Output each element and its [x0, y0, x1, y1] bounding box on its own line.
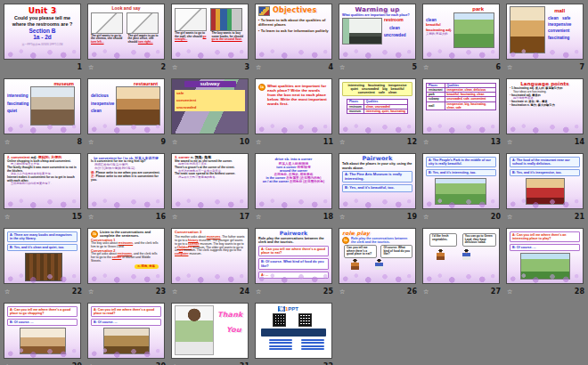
slide-27-thumbnail[interactable]: I'd like fresh vegetables.You can go to … — [422, 228, 500, 284]
place-cell: restroom — [347, 104, 363, 109]
text-box: B: Yes, and it's interesting, too. — [426, 169, 496, 176]
unit-title: Unit 3 — [7, 6, 78, 15]
slide-cell: Unit 3Could you please tell mewhere the … — [2, 1, 86, 76]
slide-30-thumbnail[interactable]: A: Can you tell me where there's a good … — [87, 303, 165, 359]
slide-15-thumbnail[interactable]: 2. convenient adj. 便利的; 方便的Online shoppi… — [4, 153, 81, 209]
slide-32-thumbnail[interactable]: 第1PPT — [255, 303, 332, 359]
slide-16-thumbnail[interactable]: be convenient for / to sb. 对某人来说方便Is it … — [87, 153, 165, 209]
slide-number: 19 — [407, 213, 417, 221]
text-line: Section B — [7, 28, 78, 34]
slide-cell: interesting fascinating inexpensive quie… — [337, 76, 421, 150]
slide-3-thumbnail[interactable]: The girl wants to go to the mall, she sh… — [171, 4, 249, 60]
text-box: B: Of course. ... — [7, 319, 78, 326]
slide-6-thumbnail[interactable]: parkcleanbeautifulfascinating adj.美丽的;有魅… — [422, 4, 500, 60]
text-line: uncrowded — [384, 33, 406, 37]
slide-21-thumbnail[interactable]: A: The food of the restaurant near our s… — [506, 153, 584, 209]
animation-star-icon: ☆ — [4, 139, 10, 145]
animation-star-icon: ☆ — [339, 288, 345, 295]
slide-8-thumbnail[interactable]: museuminterestingfascinatingquiet — [4, 78, 81, 134]
slide-1-thumbnail[interactable]: Unit 3Could you please tell mewhere the … — [4, 4, 81, 60]
text-segment: computer — [175, 252, 188, 256]
slide-7-thumbnail[interactable]: mallclean safeinexpensiveconvenientfasci… — [506, 4, 584, 60]
text-box: B: Of course. What kind of food do you l… — [258, 258, 329, 270]
text-line: 正: Please write to me when it is conveni… — [91, 175, 161, 182]
text-box: B: Of course. ... — [91, 319, 161, 326]
animation-star-icon: ☆ — [339, 139, 345, 145]
park-photo — [453, 12, 494, 48]
text-line: Listen to the conversations and complete… — [100, 231, 159, 239]
row-group — [520, 253, 580, 280]
text-box: A: The Fine Arts Museum is really intere… — [342, 171, 412, 182]
mall-photo — [510, 6, 545, 53]
text-line: where the restrooms are ? — [7, 21, 78, 27]
slide-13-thumbnail[interactable]: PlacesQualitiesrestaurantinexpensive, cl… — [422, 78, 500, 134]
slide-17-thumbnail[interactable]: 3. corner n. 拐角; 角落She waved to me as sh… — [171, 153, 249, 209]
animation-star-icon: ☆ — [256, 64, 261, 70]
row-group — [25, 253, 78, 281]
slide-meta: ☆31 — [172, 361, 249, 365]
slide-29-thumbnail[interactable]: A: Can you tell me where there's a good … — [4, 303, 81, 359]
slide-20-thumbnail[interactable]: A: The People's Park in the middle of ou… — [422, 153, 500, 209]
turn-right-picture — [127, 12, 159, 34]
text-line: 互联网使我们彼此联系更方便了。 — [11, 182, 78, 186]
row-group — [437, 249, 496, 261]
slide-meta: ☆10 — [172, 136, 249, 147]
animation-star-icon: ☆ — [88, 64, 94, 70]
speech-bubble: You can go to Green Land, they have deli… — [462, 233, 496, 247]
column-group: interestingfascinatingquiet — [7, 93, 29, 126]
slide-24-thumbnail[interactable]: Conversation 3The mother asks about muse… — [171, 228, 249, 284]
link-line[interactable] — [301, 348, 324, 350]
slide-meta: ☆13 — [423, 136, 501, 147]
row-group: 1aWhat qualities are important for each … — [258, 84, 329, 106]
link-line[interactable] — [301, 345, 324, 347]
slide-5-thumbnail[interactable]: Warming upWhat qualities are important f… — [339, 4, 416, 60]
slide-22-thumbnail[interactable]: A: There are many books and magazines in… — [4, 228, 81, 284]
text-box: A: The food of the restaurant near our s… — [510, 157, 580, 167]
corner-note: n. 拐角, 角落 — [135, 264, 159, 269]
slide-cell: A: Can you tell me where there's an inte… — [504, 225, 588, 300]
slide-cell: The girl wants to go to the mall, she sh… — [169, 1, 253, 76]
slide-19-thumbnail[interactable]: PairworkTalk about the places in your ci… — [339, 153, 416, 209]
slide-23-thumbnail[interactable]: 1bListen to the conversations and comple… — [87, 228, 165, 284]
text-line: clean — [389, 26, 406, 30]
slide-10-thumbnail[interactable]: subwaysafeconvenientuncrowded — [171, 78, 249, 134]
slide-number: 27 — [491, 288, 501, 296]
activity-1c-badge: 1c — [342, 237, 349, 244]
link-line[interactable] — [269, 342, 292, 344]
girl-photo — [175, 305, 214, 355]
text-line: inexpensive — [91, 101, 114, 106]
column-group: cleanbeautifulfascinating adj.美丽的;有魅力的 — [426, 18, 452, 48]
slide-28-thumbnail[interactable]: A: Can you tell me where there's an inte… — [506, 228, 584, 284]
row-group: mallclean safeinexpensiveconvenientfasci… — [510, 6, 580, 53]
link-line[interactable] — [301, 339, 324, 341]
slide-4-thumbnail[interactable]: Objectives▪ To learn to talk about the q… — [255, 4, 332, 60]
slide-number: 4 — [328, 63, 333, 71]
slide-cell: ThankYou☆31 — [169, 300, 253, 365]
restroom-photo — [342, 18, 382, 45]
slide-meta: ☆19 — [339, 211, 417, 222]
link-line[interactable] — [301, 342, 324, 344]
slide-9-thumbnail[interactable]: restaurantdeliciousinexpensiveclean — [87, 78, 165, 134]
slide-12-thumbnail[interactable]: interesting fascinating inexpensive quie… — [339, 78, 416, 134]
slide-31-thumbnail[interactable]: ThankYou — [171, 303, 249, 359]
animation-star-icon: ☆ — [172, 64, 177, 70]
text-line: inexpensive — [548, 22, 571, 27]
slide-18-thumbnail[interactable]: drive sb. into a corner把某人逼入绝境/困境turn a … — [255, 153, 332, 209]
row-group — [103, 328, 161, 354]
slide-2-thumbnail[interactable]: Look and sayThe girl wants to go to the … — [87, 4, 165, 60]
row-group: deliciousinexpensiveclean — [91, 86, 161, 126]
text-box: A: Can you tell me where there's a good … — [91, 306, 161, 317]
link-line[interactable] — [269, 345, 292, 347]
link-line[interactable] — [269, 348, 292, 350]
animation-star-icon: ☆ — [423, 64, 429, 70]
quality-chip: uncrowded — [175, 105, 198, 110]
slide-11-thumbnail[interactable]: 1aWhat qualities are important for each … — [255, 78, 332, 134]
slide-25-thumbnail[interactable]: PairworkRole-play the conversations betw… — [255, 228, 332, 284]
slide-26-thumbnail[interactable]: role play1cRole-play the conversations b… — [339, 228, 416, 284]
slide-14-thumbnail[interactable]: Language points• 1.fascinating adj. 迷人的;… — [506, 78, 584, 134]
slide-cell: drive sb. into a corner把某人逼入绝境/困境turn a … — [253, 150, 337, 225]
link-line[interactable] — [269, 339, 292, 341]
slide-cell: mallclean safeinexpensiveconvenientfasci… — [504, 1, 588, 76]
slide-cell: parkcleanbeautifulfascinating adj.美丽的;有魅… — [421, 1, 504, 76]
text-segment: PPT — [288, 306, 298, 312]
